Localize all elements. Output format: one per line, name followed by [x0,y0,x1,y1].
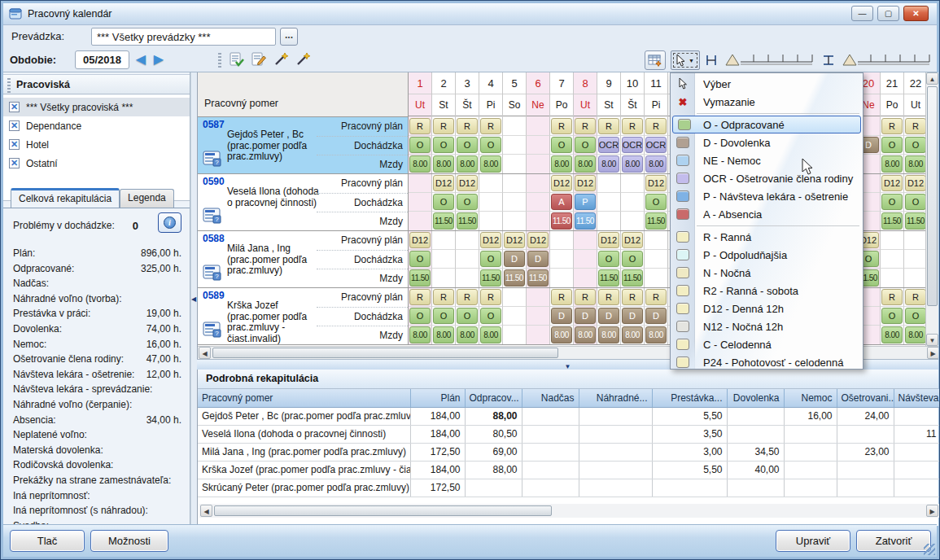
day-cell[interactable]: 8.00 [432,326,456,344]
day-cell[interactable]: R [597,288,621,307]
day-cell[interactable]: 11.50 [432,212,456,230]
day-cell[interactable]: O [904,307,928,326]
recap-column-header[interactable]: Ošetrovani... [837,389,894,407]
day-cell[interactable]: 8.00 [409,155,432,173]
column-width-slider[interactable] [723,50,814,71]
shift-pill[interactable]: 8.00 [480,155,501,173]
day-cell[interactable]: O [645,193,668,212]
day-cell[interactable] [432,269,456,287]
shift-pill[interactable]: OCR [645,137,667,153]
day-cell[interactable]: O [479,250,503,269]
shift-pill[interactable]: O [433,194,454,210]
shift-pill[interactable]: R [598,289,619,305]
day-cell[interactable] [456,269,479,287]
recap-column-header[interactable]: Nadčas [522,389,579,407]
day-cell[interactable] [479,174,503,193]
shift-pill[interactable]: OCR [598,137,619,153]
workplace-item[interactable]: ✕Dependance [3,116,190,135]
day-cell[interactable] [527,155,550,173]
generate-plan-icon[interactable] [227,51,247,69]
day-cell[interactable] [904,250,928,269]
shift-pill[interactable]: O [622,251,643,267]
day-cell[interactable]: 11.50 [456,212,479,230]
recap-row[interactable]: Veselá Ilona (dohoda o pracovnej činnost… [198,425,940,443]
shift-pill[interactable]: R [433,289,454,305]
day-cell[interactable] [527,117,550,136]
day-cell[interactable] [503,136,527,155]
day-cell[interactable]: 8.00 [881,155,904,173]
day-cell[interactable] [503,212,527,230]
day-cell[interactable]: O [409,136,432,155]
day-cell[interactable] [409,212,432,230]
menu-item[interactable]: NE - Nemoc [671,151,863,169]
shift-pill[interactable]: O [457,194,478,210]
day-cell[interactable]: 8.00 [456,155,479,173]
day-cell[interactable]: D [574,307,597,326]
next-month-button[interactable]: ▶ [151,50,166,68]
day-cell[interactable] [621,193,645,212]
shift-pill[interactable]: 8.00 [457,155,478,173]
day-cell[interactable] [503,326,527,344]
shift-pill[interactable]: O [905,308,926,324]
menu-item[interactable]: Výber [671,75,863,93]
menu-item[interactable]: D - Dovolenka [671,133,863,151]
shift-pill[interactable]: D12 [504,232,525,248]
day-cell[interactable]: D12 [645,174,668,193]
shift-pill[interactable]: 8.00 [622,155,643,173]
shift-pill[interactable]: 11.50 [881,212,903,230]
day-cell[interactable] [432,250,456,269]
day-cell[interactable] [479,193,503,212]
day-cell[interactable]: 11.50 [621,269,645,287]
shift-pill[interactable]: D12 [645,175,667,191]
shift-pill[interactable]: O [881,137,903,153]
day-cell[interactable] [527,326,550,344]
shift-pill[interactable]: R [409,118,431,134]
browse-button[interactable]: ... [280,28,298,46]
shift-pill[interactable]: 11.50 [598,269,619,287]
close-dialog-button[interactable]: Zatvoriť [856,530,931,552]
row-height-slider[interactable] [840,50,931,71]
day-cell[interactable]: O [456,193,479,212]
day-cell[interactable]: R [904,288,928,307]
day-cell[interactable]: O [597,250,621,269]
shift-pill[interactable]: R [457,289,478,305]
checkbox-checked-icon[interactable]: ✕ [9,139,20,150]
day-cell[interactable] [621,174,645,193]
day-cell[interactable]: 8.00 [645,326,668,344]
info-button[interactable]: i [158,212,181,233]
day-cell[interactable]: 8.00 [574,155,597,173]
day-cell[interactable]: R [597,117,621,136]
day-cell[interactable]: D12 [503,231,527,250]
day-cell[interactable]: D [597,307,621,326]
day-cell[interactable] [527,288,550,307]
menu-item[interactable]: A - Absencia [671,205,863,223]
shift-pill[interactable]: D12 [881,175,903,191]
day-cell[interactable]: R [479,288,503,307]
shift-pill[interactable]: 8.00 [551,326,572,343]
day-cell[interactable]: R [881,288,904,307]
day-cell[interactable]: 11.50 [574,212,597,230]
workplace-item[interactable]: ✕Hotel [3,135,190,154]
day-cell[interactable] [574,231,597,250]
employee-label[interactable]: 0589Krška Jozef (prac.pomer podľa prac.z… [198,288,409,344]
shift-pill[interactable]: R [881,289,903,305]
day-cell[interactable] [597,193,621,212]
day-cell[interactable]: 8.00 [597,155,621,173]
day-cell[interactable]: R [645,288,668,307]
shift-pill[interactable]: R [409,289,431,305]
day-cell[interactable]: R [574,288,597,307]
day-cell[interactable]: O [881,307,904,326]
day-cell[interactable]: R [456,117,479,136]
recap-horizontal-scrollbar[interactable]: ◀ ▶ [199,504,939,518]
menu-item[interactable]: P - Návšteva lekára - ošetrenie [671,187,863,205]
shift-pill[interactable]: 8.00 [409,326,431,343]
day-cell[interactable]: D12 [527,231,550,250]
shift-pill[interactable]: D12 [551,175,572,191]
day-cell[interactable] [527,212,550,230]
menu-item[interactable]: OCR - Ošetrovanie člena rodiny [671,169,863,187]
day-cell[interactable]: D12 [409,231,432,250]
day-cell[interactable]: D12 [904,174,928,193]
shift-pill[interactable]: 8.00 [480,326,501,343]
tab-total-recap[interactable]: Celková rekapitulácia [11,188,120,208]
recap-column-header[interactable]: Odpracov... [465,389,522,407]
